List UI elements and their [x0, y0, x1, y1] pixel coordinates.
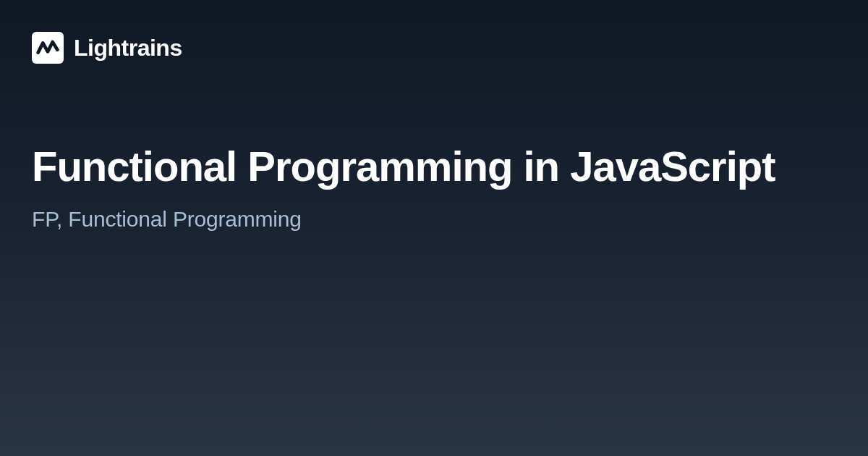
page-subtitle: FP, Functional Programming [32, 207, 836, 232]
header: Lightrains [0, 0, 868, 64]
brand-name: Lightrains [74, 35, 182, 62]
page-title: Functional Programming in JavaScript [32, 143, 836, 190]
brand-logo-icon [32, 32, 64, 64]
main-content: Functional Programming in JavaScript FP,… [0, 64, 868, 232]
